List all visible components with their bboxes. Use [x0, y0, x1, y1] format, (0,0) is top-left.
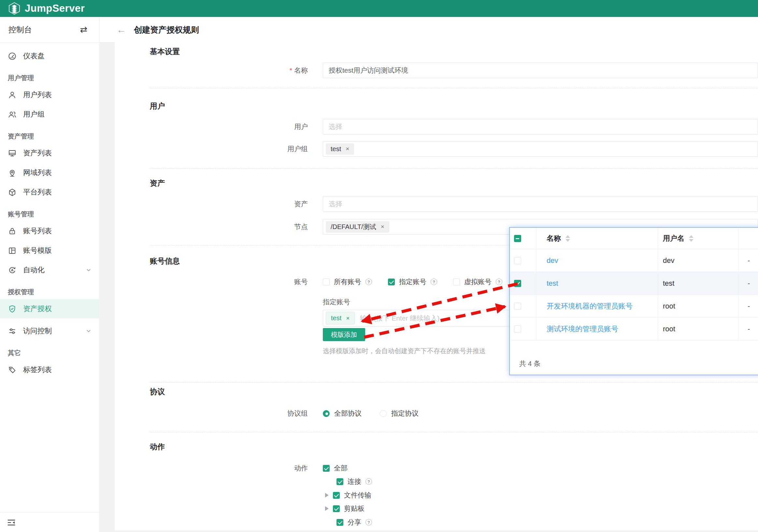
shield-check-icon	[8, 304, 17, 313]
account-username-cell: dev	[658, 249, 739, 272]
jumpserver-logo-icon[interactable]	[8, 2, 21, 15]
popup-table-row[interactable]: testtest-	[510, 272, 758, 295]
sidebar-item-user[interactable]: 用户列表	[0, 88, 99, 102]
template-icon	[8, 246, 17, 255]
name-label: *名称	[115, 66, 308, 75]
section-divider	[150, 168, 758, 169]
switch-view-icon[interactable]: ⇄	[80, 24, 87, 35]
popup-table-row[interactable]: devdev-	[510, 249, 758, 272]
node-tag-label: /DEFAULT/测试	[330, 223, 376, 231]
sidebar-item-shield-check[interactable]: 资产授权	[0, 300, 99, 318]
specified-account-tag-label: test	[331, 314, 341, 322]
sidebar-item-lock[interactable]: 账号列表	[0, 224, 99, 238]
popup-table-row[interactable]: 开发环境机器的管理员账号root-	[510, 295, 758, 318]
sidebar-item-users[interactable]: 用户组	[0, 108, 99, 121]
gauge-icon	[8, 52, 17, 60]
account-type-option: 虚拟账号?	[453, 277, 502, 286]
expand-caret-icon[interactable]	[325, 506, 329, 511]
back-icon[interactable]: ←	[117, 25, 126, 35]
account-name-link[interactable]: 测试环境的管理员账号	[547, 324, 618, 334]
account-username-cell: test	[658, 272, 739, 295]
sidebar-item-tag[interactable]: 标签列表	[0, 363, 99, 376]
section-divider	[150, 88, 758, 88]
help-icon[interactable]: ?	[431, 278, 437, 285]
account-name-link[interactable]: dev	[547, 256, 558, 265]
action-all-label: 全部	[334, 464, 348, 473]
account-name-link[interactable]: test	[547, 279, 558, 288]
action-checkbox[interactable]	[333, 492, 340, 499]
cube-icon	[8, 188, 17, 197]
sort-icon[interactable]	[689, 235, 694, 242]
sidebar-item-sliders[interactable]: 访问控制	[0, 324, 99, 338]
usergroup-select[interactable]: test×	[323, 141, 758, 157]
template-add-button[interactable]: 模版添加	[323, 328, 365, 341]
account-extra-cell: -	[739, 249, 758, 272]
template-add-hint: 选择模版添加时，会自动创建资产下不存在的账号并推送	[323, 347, 486, 355]
action-label: 动作	[115, 464, 308, 473]
account-type-option: 所有账号?	[323, 277, 372, 286]
sidebar-item-gauge[interactable]: 仪表盘	[0, 49, 99, 63]
sidebar-item-pin[interactable]: 网域列表	[0, 166, 99, 180]
action-child-row: 剪贴板	[325, 504, 364, 513]
row-checkbox[interactable]	[514, 326, 521, 333]
help-icon[interactable]: ?	[365, 519, 372, 525]
account-username-cell: root	[658, 295, 739, 317]
row-checkbox[interactable]	[514, 257, 521, 264]
sidebar-nav: 仪表盘用户管理用户列表用户组资产管理资产列表网域列表平台列表账号管理账号列表账号…	[0, 43, 99, 376]
action-all-checkbox[interactable]	[323, 465, 330, 472]
protocol-group-label: 协议组	[115, 409, 308, 418]
row-checkbox[interactable]	[514, 302, 521, 310]
sort-icon[interactable]	[566, 235, 570, 242]
section-heading-protocol: 协议	[150, 387, 165, 396]
protocol-option-label: 全部协议	[334, 409, 362, 418]
section-divider	[150, 432, 758, 432]
column-header-username[interactable]: 用户名	[658, 228, 739, 249]
asset-label: 资产	[115, 199, 308, 208]
sidebar-item-label: 标签列表	[23, 365, 52, 375]
sidebar: 控制台 ⇄ 仪表盘用户管理用户列表用户组资产管理资产列表网域列表平台列表账号管理…	[0, 17, 99, 532]
help-icon[interactable]: ?	[365, 478, 372, 485]
account-label: 账号	[115, 277, 308, 286]
specified-account-placeholder: 输入(按下 Enter 继续输入)	[360, 314, 439, 323]
popup-total-count: 共 4 条	[519, 359, 540, 368]
sidebar-section-label: 授权管理	[0, 288, 99, 296]
remove-tag-icon[interactable]: ×	[346, 315, 350, 322]
usergroup-tag: test×	[326, 143, 354, 155]
account-type-checkbox[interactable]	[453, 278, 460, 285]
sliders-icon	[8, 327, 17, 336]
row-checkbox[interactable]	[514, 280, 521, 287]
account-type-checkbox[interactable]	[388, 278, 395, 285]
account-name-link[interactable]: 开发环境机器的管理员账号	[547, 301, 633, 311]
column-header-name[interactable]: 名称	[536, 228, 658, 249]
sidebar-item-automation[interactable]: A自动化	[0, 263, 99, 277]
help-icon[interactable]: ?	[365, 278, 372, 285]
expand-caret-icon[interactable]	[325, 493, 329, 497]
sidebar-item-label: 账号模版	[23, 246, 52, 255]
user-select[interactable]: 选择	[323, 119, 758, 134]
action-child-row: 文件传输	[325, 491, 371, 500]
sidebar-section-label: 其它	[0, 349, 99, 357]
collapse-sidebar-icon[interactable]	[7, 518, 16, 527]
sidebar-item-monitor[interactable]: 资产列表	[0, 146, 99, 160]
account-type-checkbox[interactable]	[323, 278, 330, 285]
select-all-checkbox[interactable]	[514, 235, 521, 242]
sidebar-item-cube[interactable]: 平台列表	[0, 185, 99, 199]
protocol-radio[interactable]	[380, 410, 387, 417]
account-type-label: 指定账号	[399, 277, 427, 286]
protocol-radio[interactable]	[323, 410, 330, 417]
popup-table-row[interactable]: 测试环境的管理员账号root-	[510, 318, 758, 340]
remove-tag-icon[interactable]: ×	[381, 223, 384, 230]
tag-icon	[8, 366, 17, 374]
user-icon	[8, 90, 17, 99]
topbar: JumpServer	[0, 0, 758, 17]
sidebar-item-template[interactable]: 账号模版	[0, 244, 99, 257]
action-checkbox[interactable]	[336, 519, 343, 526]
remove-tag-icon[interactable]: ×	[346, 145, 349, 153]
asset-select[interactable]: 选择	[323, 196, 758, 212]
sidebar-item-label: 资产列表	[23, 148, 52, 158]
action-checkbox[interactable]	[336, 478, 343, 485]
action-checkbox[interactable]	[333, 505, 340, 512]
name-input[interactable]: 授权test用户访问测试环境	[323, 62, 758, 78]
help-icon[interactable]: ?	[496, 278, 502, 285]
node-tag: /DEFAULT/测试×	[326, 221, 389, 232]
